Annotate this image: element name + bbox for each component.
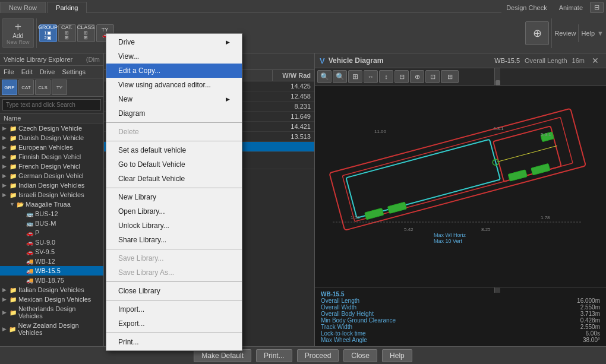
- tree-item-finnish[interactable]: ▶📁Finnish Design Vehicl: [0, 152, 103, 162]
- menu-item-view-advanced[interactable]: View using advanced editor...: [106, 78, 242, 92]
- svg-text:5.42: 5.42: [404, 227, 414, 232]
- zoom-fit-btn[interactable]: ⊞: [348, 70, 362, 83]
- help-button[interactable]: Help: [382, 349, 412, 362]
- diagram-title: Vehicle Diagram: [329, 56, 384, 65]
- menu-item-export[interactable]: Export...: [106, 316, 242, 331]
- tree-item-italian[interactable]: ▶📁Italian Design Vehicles: [0, 285, 103, 295]
- menu-sep-7: [106, 333, 242, 333]
- menu-item-drive[interactable]: Drive▶: [106, 35, 242, 49]
- menu-item-clear-default[interactable]: Clear Default Vehicle: [106, 172, 242, 186]
- group-btn-1[interactable]: GROUP1▣2▣: [39, 24, 57, 42]
- menu-item-delete[interactable]: Delete: [106, 125, 242, 139]
- diagram-toolbar: 🔍 🔍 ⊞ ↔ ↕ ⊟ ⊕ ⊡ ⊞: [315, 68, 606, 86]
- diagram-close-btn[interactable]: ✕: [589, 56, 601, 65]
- tree-item-bus12[interactable]: 🚌BUS-12: [0, 209, 103, 219]
- tree-item-sv95[interactable]: 🚗SV-9.5: [0, 247, 103, 257]
- search-input[interactable]: [2, 99, 101, 110]
- tree-item-israeli[interactable]: ▶📁Israeli Design Vehicles: [0, 190, 103, 200]
- panel-header: Vehicle Library Explorer (Dim: [0, 53, 103, 66]
- search-area: [0, 97, 103, 113]
- menu-item-diagram[interactable]: Diagram: [106, 106, 242, 121]
- diagram-tool-1[interactable]: ↔: [364, 70, 378, 83]
- svg-text:8.25: 8.25: [481, 227, 491, 232]
- diagram-tool-5[interactable]: ⊡: [425, 70, 440, 83]
- menu-item-save-library[interactable]: Save Library...: [106, 251, 242, 265]
- toolbar-group-label: New Row: [7, 39, 30, 45]
- menu-edit[interactable]: Edit: [18, 67, 36, 77]
- tab-new-row[interactable]: New Row: [0, 2, 46, 13]
- diagram-tool-6[interactable]: ⊞: [441, 70, 459, 83]
- menu-review[interactable]: Review: [554, 30, 576, 37]
- menu-item-view[interactable]: View...: [106, 49, 242, 64]
- diagram-tool-4[interactable]: ⊕: [410, 70, 424, 83]
- diagram-info: WB-15.5 Overall Length16.000m Overall Wi…: [315, 287, 606, 346]
- cat-btn[interactable]: CAT.⊞⊞: [58, 24, 76, 42]
- menu-item-edit-copy[interactable]: Edit a Copy...: [106, 64, 242, 78]
- menu-sep-5: [106, 281, 242, 282]
- zoom-in-btn[interactable]: 🔍: [317, 70, 332, 83]
- menu-item-close-library[interactable]: Close Library: [106, 284, 242, 298]
- menu-item-share-library[interactable]: Share Library...: [106, 233, 242, 247]
- tree-item-wb155[interactable]: 🚚WB-15.5: [0, 266, 103, 276]
- diagram-length-value: 16m: [572, 57, 585, 64]
- menu-item-new[interactable]: New▶: [106, 92, 242, 106]
- diagram-tool-3[interactable]: ⊟: [394, 70, 409, 83]
- menu-animate[interactable]: Animate: [554, 2, 588, 13]
- type-icon[interactable]: TY: [52, 80, 67, 95]
- context-menu: Drive▶ View... Edit a Copy... View using…: [106, 33, 242, 351]
- svg-text:4.3.1: 4.3.1: [493, 126, 504, 131]
- svg-text:11.00: 11.00: [374, 129, 387, 134]
- toolbar-group-icons: GROUP1▣2▣ CAT.⊞⊞ CLASS⊞⊞ TY🚗: [39, 24, 114, 42]
- tab-parking[interactable]: Parking: [47, 2, 87, 13]
- menu-sep-4: [106, 249, 242, 249]
- tree-item-wb12[interactable]: 🚚WB-12: [0, 257, 103, 266]
- class-btn[interactable]: CLASS⊞⊞: [77, 24, 95, 42]
- tree-item-busm[interactable]: 🚌BUS-M: [0, 219, 103, 228]
- tree-item-p[interactable]: 🚗P: [0, 228, 103, 238]
- group-icon-1[interactable]: GRP: [2, 80, 17, 95]
- tree-item-su90[interactable]: 🚗SU-9.0: [0, 238, 103, 247]
- menu-item-go-default[interactable]: Go to Default Vehicle: [106, 157, 242, 172]
- menu-sep-1: [106, 122, 242, 123]
- add-toolbar-btn[interactable]: ⊕: [525, 21, 549, 45]
- zoom-out-btn[interactable]: 🔍: [333, 70, 347, 83]
- diagram-tool-2[interactable]: ↕: [379, 70, 393, 83]
- svg-text:1.50: 1.50: [351, 215, 360, 220]
- menu-item-save-library-as[interactable]: Save Library As...: [106, 265, 242, 280]
- proceed-button[interactable]: Proceed: [297, 349, 339, 362]
- class-icon[interactable]: CLS: [35, 80, 50, 95]
- svg-text:Max WI Horiz: Max WI Horiz: [434, 232, 466, 238]
- diagram-header: V Vehicle Diagram WB-15.5 Overall Length…: [315, 53, 606, 68]
- menu-item-import[interactable]: Import...: [106, 302, 242, 316]
- tree-item-netherlands[interactable]: ▶📁Netherlands Design Vehicles: [0, 304, 103, 321]
- lib-menubar: File Edit Drive Settings: [0, 66, 103, 78]
- menu-file[interactable]: File: [0, 67, 18, 77]
- tree-item-czech[interactable]: ▶📁Czech Design Vehicle: [0, 124, 103, 133]
- tree-item-maagalie[interactable]: ▼📂Maagalie Truaa: [0, 200, 103, 209]
- menu-settings[interactable]: Settings: [58, 67, 89, 77]
- menu-drive[interactable]: Drive: [36, 67, 59, 77]
- bottom-bar: Make Default Print... Proceed Close Help: [0, 346, 606, 364]
- tree-item-mexican[interactable]: ▶📁Mexican Design Vehicles: [0, 295, 103, 304]
- tree-item-german[interactable]: ▶📁German Design Vehicl: [0, 171, 103, 181]
- tree-item-indian[interactable]: ▶📁Indian Design Vehicles: [0, 181, 103, 190]
- menu-item-unlock-library[interactable]: Unlock Library...: [106, 219, 242, 233]
- menu-help[interactable]: Help: [581, 30, 595, 37]
- menu-item-set-default[interactable]: Set as default vehicle: [106, 143, 242, 157]
- tree-item-wb1875[interactable]: 🚚WB-18.75: [0, 276, 103, 285]
- print-button[interactable]: Print...: [256, 349, 292, 362]
- menu-design-check[interactable]: Design Check: [501, 2, 551, 13]
- diagram-panel-btn[interactable]: ⊟: [590, 2, 604, 13]
- tree-item-french[interactable]: ▶📁French Design Vehicl: [0, 162, 103, 171]
- col-wwrad: W/W Rad: [273, 70, 314, 81]
- menu-item-open-library[interactable]: Open Library...: [106, 204, 242, 219]
- tree-item-newzealand[interactable]: ▶📁New Zealand Design Vehicles: [0, 321, 103, 337]
- tree-item-danish[interactable]: ▶📁Danish Design Vehicle: [0, 133, 103, 143]
- menu-item-new-library[interactable]: New Library: [106, 190, 242, 204]
- cat-icon[interactable]: CAT: [18, 80, 34, 95]
- menu-sep-6: [106, 300, 242, 300]
- menu-item-print[interactable]: Print...: [106, 335, 242, 349]
- close-button[interactable]: Close: [343, 349, 377, 362]
- svg-text:5.3.1: 5.3.1: [541, 132, 551, 137]
- tree-item-european[interactable]: ▶📁European Vehicles: [0, 143, 103, 152]
